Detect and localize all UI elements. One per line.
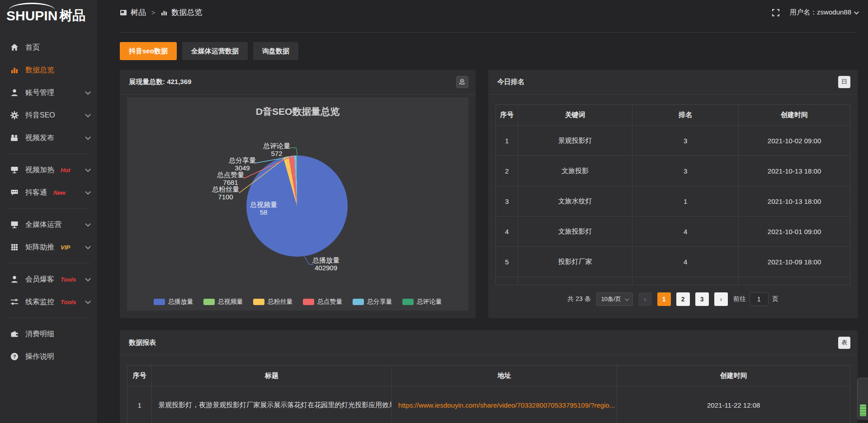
legend-item-总点赞量[interactable]: 总点赞量	[303, 298, 343, 306]
table-cell: 2021-10-01 09:00	[739, 216, 850, 246]
sidebar-item-7[interactable]: 抖客通New	[0, 181, 97, 204]
video-url-link[interactable]: https://www.iesdouyin.com/share/video/70…	[392, 386, 618, 423]
screen-icon	[10, 165, 19, 174]
sidebar-item-1[interactable]: 首页	[0, 36, 97, 59]
tab-3[interactable]: 询盘数据	[253, 42, 298, 60]
chevron-down-icon	[85, 112, 91, 118]
total-view-button[interactable]: 总	[456, 76, 468, 88]
pie-label-lines	[127, 97, 468, 310]
table-view-button[interactable]: 表	[838, 337, 850, 349]
legend-swatch	[303, 299, 314, 305]
table-cell: 投影灯厂家	[518, 247, 632, 277]
next-page-button[interactable]: ›	[714, 292, 728, 306]
tab-1[interactable]: 抖音seo数据	[120, 42, 177, 60]
table-cell: 3	[632, 126, 739, 155]
report-panel: 数据报表 表 序号标题地址创建时间1景观投影灯，夜游景观投影灯厂家展示展示落花灯…	[120, 330, 858, 423]
user-menu[interactable]: 用户名：zswodun88	[790, 8, 858, 17]
page-size-value: 10条/页	[601, 295, 621, 303]
app-grid-icon	[120, 9, 127, 16]
legend-item-总粉丝量[interactable]: 总粉丝量	[253, 298, 293, 306]
sidebar-item-8[interactable]: 全媒体运营	[0, 213, 97, 236]
table-cell: 3	[632, 156, 739, 186]
table-row: 1景观投影灯32021-10-02 09:00	[496, 126, 850, 156]
logo-arc	[9, 3, 55, 10]
sidebar-item-label: 会员爆客	[25, 275, 54, 284]
sidebar-item-label: 抖客通	[25, 188, 47, 197]
column-header: 标题	[152, 366, 392, 386]
sliders-icon	[10, 297, 19, 306]
sidebar-item-6[interactable]: 视频加热Hot	[0, 159, 97, 181]
tab-2[interactable]: 全媒体运营数据	[182, 42, 248, 60]
column-header: 地址	[392, 366, 618, 386]
prev-page-button[interactable]: ‹	[638, 292, 652, 306]
topbar: 树品 > 数据总览 用户名：zswodun88	[120, 0, 858, 25]
pagination-total: 共 23 条	[567, 295, 590, 303]
page-button-2[interactable]: 2	[676, 292, 690, 306]
table-cell: 4	[496, 216, 518, 246]
breadcrumb-separator: >	[151, 9, 155, 16]
sidebar-item-5[interactable]: 视频发布	[0, 127, 97, 149]
sidebar-item-label: 消费明细	[25, 329, 54, 339]
impressions-panel: 展现量总数: 421,369 总 D音SEO数据量总览 总播放量402909总视…	[120, 70, 476, 318]
sidebar-divider	[7, 208, 90, 209]
pie-chart: D音SEO数据量总览 总播放量402909总视频量58总粉丝量7100总点赞量7…	[127, 97, 468, 310]
table-cell: 文旅投影	[518, 156, 632, 186]
chevron-down-icon	[85, 166, 91, 172]
created-time: 2021-11-22 12:08	[617, 386, 850, 423]
page-buttons: 123	[657, 292, 709, 306]
table-row: 3文旅水纹灯12021-10-13 18:00	[496, 186, 850, 216]
legend-label: 总播放量	[168, 298, 193, 306]
sidebar-item-label: 抖音SEO	[25, 111, 55, 120]
table-cell: 4	[632, 247, 739, 277]
page-button-1[interactable]: 1	[657, 292, 671, 306]
ranking-table: 序号关键词排名创建时间1景观投影灯32021-10-02 09:002文旅投影3…	[495, 104, 850, 285]
legend-item-总播放量[interactable]: 总播放量	[154, 298, 193, 306]
gear-icon	[10, 111, 19, 120]
sidebar-item-13[interactable]: ?操作说明	[0, 345, 97, 368]
user-icon	[10, 88, 19, 97]
sidebar-item-9[interactable]: 矩阵助推VIP	[0, 236, 97, 258]
video-title: 景观投影灯，夜游景观投影灯厂家展示展示落花灯在花园里的灯光投影应用效果 #	[152, 386, 392, 423]
legend-label: 总评论量	[417, 298, 442, 306]
page-size-select[interactable]: 10条/页	[596, 292, 633, 306]
breadcrumb-current: 数据总览	[171, 7, 202, 18]
goto-page-input[interactable]	[750, 292, 769, 306]
pie-label-总分享量: 总分享量3049	[229, 156, 256, 172]
table-cell: 文旅投影灯	[518, 216, 632, 246]
table-cell: 2021-10-09 18:00	[739, 247, 850, 277]
main-area: 树品 > 数据总览 用户名：zswodun88 抖音s	[98, 0, 868, 423]
sidebar-item-11[interactable]: 线索监控Tools	[0, 291, 97, 313]
table-row: 2文旅投影32021-10-13 18:00	[496, 156, 850, 186]
chevron-down-icon	[85, 221, 91, 227]
fullscreen-icon[interactable]	[772, 9, 780, 17]
table-cell: 文旅水纹灯	[518, 186, 632, 216]
home-icon	[10, 43, 19, 52]
table-cell: 5	[496, 247, 518, 277]
breadcrumb-home[interactable]: 树品	[131, 7, 146, 18]
legend-item-总视频量[interactable]: 总视频量	[203, 298, 243, 306]
column-header: 序号	[127, 366, 152, 386]
day-view-button[interactable]: 日	[838, 76, 850, 88]
report-panel-header: 数据报表 表	[120, 330, 858, 355]
bar-chart-icon	[160, 9, 168, 16]
legend-label: 总粉丝量	[268, 298, 293, 306]
sidebar-item-3[interactable]: 账号管理	[0, 81, 97, 104]
table-cell: 1	[632, 186, 739, 216]
logo-en-wrap: SHUPIN	[6, 8, 57, 24]
column-header: 创建时间	[739, 105, 850, 125]
sidebar-item-label: 视频加热	[25, 165, 54, 175]
sidebar-item-4[interactable]: 抖音SEO	[0, 104, 97, 127]
table-header-row: 序号标题地址创建时间	[127, 366, 850, 386]
pagination: 共 23 条 10条/页 ‹ 123 › 前往 页	[488, 292, 858, 306]
legend-item-总分享量[interactable]: 总分享量	[353, 298, 392, 306]
sidebar-item-2[interactable]: 数据总览	[0, 59, 97, 81]
legend-label: 总视频量	[218, 298, 243, 306]
page-button-3[interactable]: 3	[695, 292, 709, 306]
legend-item-总评论量[interactable]: 总评论量	[402, 298, 442, 306]
sidebar-badge: VIP	[61, 244, 70, 251]
sidebar-item-10[interactable]: 会员爆客Tools	[0, 268, 97, 291]
sidebar-item-12[interactable]: 消费明细	[0, 323, 97, 345]
floating-widget[interactable]	[857, 378, 868, 419]
data-tabs: 抖音seo数据全媒体运营数据询盘数据	[120, 42, 858, 60]
table-row: 4文旅投影灯42021-10-01 09:00	[496, 216, 850, 247]
